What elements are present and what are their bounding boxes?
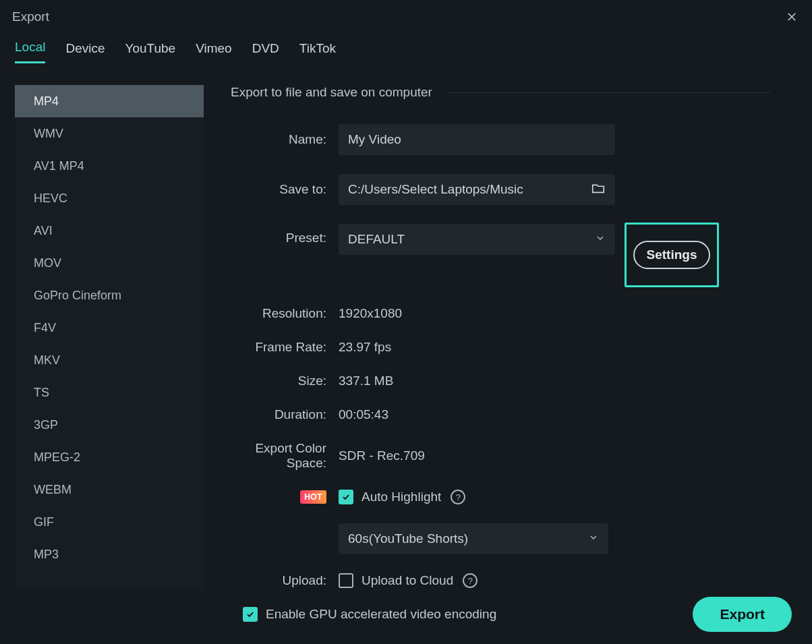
name-value: My Video [348,132,401,147]
tab-vimeo[interactable]: Vimeo [196,36,232,63]
save-to-input[interactable]: C:/Users/Select Laptops/Music [339,174,615,205]
format-mpeg2[interactable]: MPEG-2 [15,441,204,473]
resolution-label: Resolution: [231,306,339,321]
upload-cloud-label: Upload to Cloud [361,573,453,588]
format-mp4[interactable]: MP4 [15,85,204,117]
export-dialog: Export Local Device YouTube Vimeo DVD Ti… [0,0,812,644]
format-av1-mp4[interactable]: AV1 MP4 [15,150,204,182]
color-space-label: Export Color Space: [231,441,339,471]
gpu-label: Enable GPU accelerated video encoding [266,607,496,622]
export-button[interactable]: Export [693,597,792,632]
save-to-label: Save to: [231,182,339,197]
tab-youtube[interactable]: YouTube [125,36,176,63]
footer: Enable GPU accelerated video encoding Ex… [0,597,812,644]
settings-highlight-box: Settings [625,223,719,287]
format-mp3[interactable]: MP3 [15,538,204,570]
upload-label: Upload: [231,573,339,588]
dialog-title: Export [12,9,49,24]
gpu-checkbox[interactable] [243,607,258,622]
format-sidebar: MP4 WMV AV1 MP4 HEVC AVI MOV GoPro Cinef… [15,85,204,590]
size-value: 337.1 MB [339,374,393,388]
format-gopro[interactable]: GoPro Cineform [15,279,204,312]
help-icon[interactable]: ? [451,490,465,504]
frame-rate-value: 23.97 fps [339,340,391,355]
format-f4v[interactable]: F4V [15,312,204,344]
duration-label: Duration: [231,407,339,422]
format-ts[interactable]: TS [15,376,204,409]
help-icon[interactable]: ? [463,573,477,588]
close-button[interactable] [784,9,800,25]
preset-select[interactable]: DEFAULT [339,224,615,255]
tab-device[interactable]: Device [65,36,105,63]
tab-local[interactable]: Local [15,34,45,63]
preset-value: DEFAULT [348,232,405,247]
close-icon [786,11,798,23]
upload-cloud-checkbox[interactable] [339,573,353,588]
size-label: Size: [231,374,339,388]
format-gif[interactable]: GIF [15,506,204,538]
name-label: Name: [231,132,339,147]
chevron-down-icon [588,531,599,546]
format-wmv[interactable]: WMV [15,117,204,150]
preset-label: Preset: [231,224,339,245]
tab-dvd[interactable]: DVD [252,36,279,63]
check-icon [245,610,255,619]
resolution-value: 1920x1080 [339,306,402,321]
save-to-value: C:/Users/Select Laptops/Music [348,182,523,197]
format-avi[interactable]: AVI [15,214,204,247]
chevron-down-icon [595,232,606,247]
check-icon [341,492,351,502]
duration-value: 00:05:43 [339,407,388,422]
highlight-preset-value: 60s(YouTube Shorts) [348,531,468,546]
highlight-preset-select[interactable]: 60s(YouTube Shorts) [339,523,608,554]
format-3gp[interactable]: 3GP [15,409,204,441]
color-space-value: SDR - Rec.709 [339,448,425,463]
folder-icon[interactable] [591,181,606,199]
auto-highlight-label: Auto Highlight [361,490,441,504]
format-webm[interactable]: WEBM [15,473,204,506]
format-hevc[interactable]: HEVC [15,182,204,214]
titlebar: Export [0,0,812,34]
section-heading: Export to file and save on computer [231,85,797,100]
format-mov[interactable]: MOV [15,247,204,279]
format-mkv[interactable]: MKV [15,344,204,376]
hot-badge: HOT [300,490,326,504]
frame-rate-label: Frame Rate: [231,340,339,355]
main-panel: Export to file and save on computer Name… [231,85,797,590]
tab-tiktok[interactable]: TikTok [299,36,336,63]
name-input[interactable]: My Video [339,124,615,155]
auto-highlight-checkbox[interactable] [339,490,353,504]
settings-button[interactable]: Settings [633,241,711,269]
tab-bar: Local Device YouTube Vimeo DVD TikTok [0,34,812,65]
